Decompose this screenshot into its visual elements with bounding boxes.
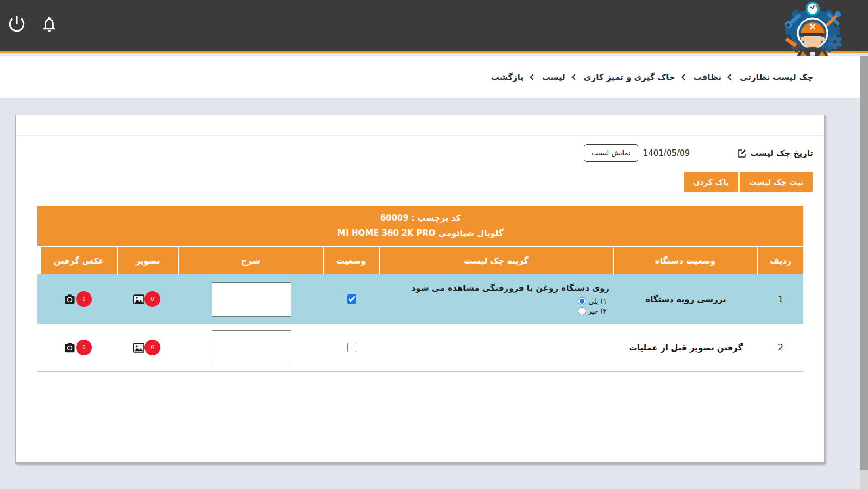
notifications-button[interactable] — [40, 15, 58, 33]
power-button[interactable] — [7, 14, 27, 35]
chevron-left-icon — [571, 74, 577, 80]
app-logo[interactable] — [780, 1, 844, 56]
device-status-cell: گرفتن تصویر قبل از عملیات — [614, 324, 758, 371]
row-number-cell: 2 — [758, 324, 803, 371]
chevron-left-icon — [681, 74, 687, 80]
device-banner: کد برچسب : 60009 گلوبال شیائومی MI HOME … — [37, 206, 803, 247]
column-header-device-status: وضعیت دستگاه — [614, 247, 758, 274]
image-button[interactable]: 0 — [136, 340, 160, 355]
bell-icon — [40, 27, 58, 35]
table-row: 1 بررسی رویه دستگاه روی دستگاه روغن یا ف… — [37, 274, 803, 324]
checklist-date-value[interactable]: 1401/05/09 — [643, 148, 690, 158]
take-photo-button[interactable]: 0 — [67, 340, 92, 355]
chevron-left-icon — [530, 74, 536, 80]
image-cell: 0 — [118, 274, 179, 324]
column-header-take-photo: عکس گرفتن — [41, 247, 118, 274]
power-icon — [7, 28, 27, 36]
column-header-row-number: ردیف — [758, 247, 803, 274]
column-header-checklist-option: گزینه چک لیست — [380, 247, 614, 274]
date-toolbar: تاریخ چک لیست 1401/05/09 نمایش لیست — [584, 144, 813, 162]
option-question: روی دستگاه روغن یا فرورفتگی مشاهده می شو… — [412, 283, 609, 293]
scrollbar-thumb[interactable] — [860, 56, 868, 470]
column-header-image: تصویر — [118, 247, 179, 274]
breadcrumb-item-list[interactable]: لیست — [542, 72, 565, 82]
option-yes-label: ۱) بلی — [588, 297, 607, 305]
checklist-table: کد برچسب : 60009 گلوبال شیائومی MI HOME … — [37, 206, 803, 372]
device-name-text: گلوبال شیائومی MI HOME 360 2K PRO — [37, 228, 803, 238]
table-header-row: ردیف وضعیت دستگاه گزینه چک لیست وضعیت شر… — [37, 247, 803, 274]
show-list-button[interactable]: نمایش لیست — [584, 144, 638, 162]
page-scrollbar[interactable] — [860, 56, 868, 489]
option-no[interactable]: ۲) خیر — [578, 307, 607, 315]
picture-icon — [133, 294, 144, 304]
breadcrumb-item-back[interactable]: بازگشت — [491, 72, 524, 82]
checklist-date-label: تاریخ چک لیست — [738, 148, 813, 158]
content-card: تاریخ چک لیست 1401/05/09 نمایش لیست ثبت … — [15, 115, 825, 463]
breadcrumb: چک لیست نظارتی نظافت خاک گیری و تمیز کار… — [491, 56, 813, 98]
description-cell — [179, 324, 324, 371]
description-textarea[interactable] — [212, 330, 291, 365]
tag-code-text: کد برچسب : 60009 — [37, 213, 803, 223]
image-count-badge: 0 — [144, 340, 160, 355]
option-no-radio[interactable] — [578, 307, 586, 315]
image-count-badge: 0 — [144, 291, 160, 307]
take-photo-button[interactable]: 0 — [67, 291, 92, 307]
photo-count-badge: 0 — [76, 291, 92, 307]
take-photo-cell: 0 — [41, 324, 118, 371]
status-checkbox[interactable] — [347, 343, 356, 352]
breadcrumb-item-checklist[interactable]: چک لیست نظارتی — [740, 72, 813, 82]
picture-icon — [133, 343, 144, 353]
breadcrumb-bar: چک لیست نظارتی نظافت خاک گیری و تمیز کار… — [0, 56, 860, 98]
checklist-option-cell — [380, 324, 614, 371]
image-button[interactable]: 0 — [136, 291, 160, 307]
status-cell — [324, 274, 380, 324]
description-textarea[interactable] — [212, 282, 291, 317]
option-no-label: ۲) خیر — [588, 307, 607, 315]
photo-count-badge: 0 — [76, 340, 92, 355]
checklist-date-label-text: تاریخ چک لیست — [750, 148, 813, 158]
edit-icon — [738, 149, 746, 158]
description-cell — [179, 274, 324, 324]
top-header-bar — [0, 0, 868, 53]
table-row: 2 گرفتن تصویر قبل از عملیات 0 — [37, 324, 803, 372]
device-status-cell: بررسی رویه دستگاه — [614, 274, 758, 324]
camera-icon — [64, 342, 76, 353]
checklist-option-cell: روی دستگاه روغن یا فرورفتگی مشاهده می شو… — [380, 274, 614, 324]
camera-icon — [64, 294, 76, 305]
topbar-divider — [34, 11, 34, 40]
card-header-divider — [16, 135, 824, 136]
status-checkbox[interactable] — [347, 294, 356, 304]
column-header-status: وضعیت — [324, 247, 380, 274]
action-buttons: ثبت چک لیست پاک کردن — [684, 172, 813, 192]
breadcrumb-item-dusting[interactable]: خاک گیری و تمیز کاری — [584, 72, 675, 82]
take-photo-cell: 0 — [41, 274, 118, 324]
submit-checklist-button[interactable]: ثبت چک لیست — [740, 172, 813, 192]
option-yes[interactable]: ۱) بلی — [578, 297, 607, 305]
row-number-cell: 1 — [758, 274, 803, 324]
option-yes-radio[interactable] — [578, 297, 586, 305]
clear-button[interactable]: پاک کردن — [684, 172, 738, 192]
breadcrumb-item-nezafat[interactable]: نظافت — [694, 72, 722, 82]
image-cell: 0 — [118, 324, 179, 371]
column-header-description: شرح — [179, 247, 324, 274]
chevron-left-icon — [727, 74, 733, 80]
status-cell — [324, 324, 380, 371]
mechanic-tools-logo-icon — [780, 48, 844, 58]
